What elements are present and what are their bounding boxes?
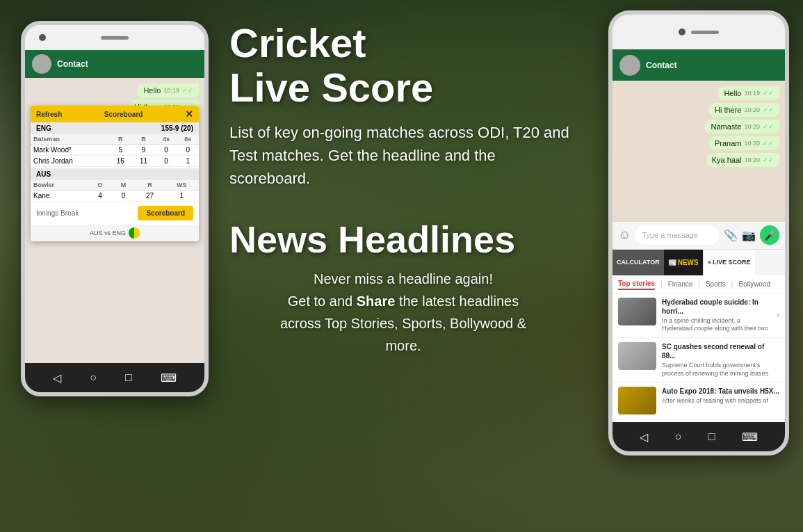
section-title: News Headlines bbox=[229, 218, 577, 261]
calculator-label: CALCULATOR bbox=[617, 259, 660, 266]
camera-right bbox=[679, 29, 686, 35]
team-eng-row: ENG 155-9 (20) bbox=[31, 122, 199, 134]
col-b: B bbox=[132, 134, 155, 145]
bubble-hi-there-r: Hi there 10:20 ✓✓ bbox=[709, 103, 779, 117]
camera-left bbox=[39, 34, 46, 41]
batsmen-table: Batsman R B 4s 6s Mark Wood* 5 9 0 bbox=[31, 134, 199, 167]
recents-icon[interactable]: □ bbox=[125, 371, 132, 384]
news-title-2: SC quashes second renewal of 88... bbox=[662, 342, 779, 360]
recents-icon-r[interactable]: □ bbox=[708, 430, 715, 443]
table-row: Kane 4 0 27 1 bbox=[31, 191, 199, 202]
news-thumb-2 bbox=[618, 342, 656, 370]
phone-top-right bbox=[613, 15, 785, 49]
news-thumb-1 bbox=[618, 298, 656, 325]
nav-right: ◁ ○ □ ⌨ bbox=[613, 422, 785, 451]
chat-header-left: Contact bbox=[25, 50, 204, 78]
batsman-r-2: 16 bbox=[109, 156, 132, 167]
keyboard-icon[interactable]: ⌨ bbox=[161, 371, 177, 385]
keyboard-icon-r[interactable]: ⌨ bbox=[742, 430, 758, 444]
app-toolbar: CALCULATOR 📰 NEWS ● LIVE SCORE bbox=[613, 249, 785, 275]
scoreboard-header: Refresh Scoreboard ✕ bbox=[31, 106, 199, 122]
news-text-1: Hyderabad couple suicide: In horri... In… bbox=[662, 298, 771, 333]
col-4s: 4s bbox=[155, 134, 177, 145]
mic-button[interactable]: 🎤 bbox=[760, 225, 779, 245]
news-desc-3: After weeks of teasing with snippets of bbox=[662, 397, 779, 405]
table-row: Chris Jordan 16 11 0 1 bbox=[31, 156, 199, 167]
avatar-left bbox=[32, 54, 51, 74]
bowler-o-1: 4 bbox=[89, 191, 112, 202]
tab-bollywood[interactable]: Bollywood bbox=[738, 279, 770, 289]
news-title-3: Auto Expo 2018: Tata unveils H5X... bbox=[662, 387, 779, 396]
news-text-2: SC quashes second renewal of 88... Supre… bbox=[662, 342, 779, 378]
screen-left: Contact Hello 10:19 ✓✓ Hi there 10:20 ✓✓… bbox=[25, 50, 204, 363]
refresh-label[interactable]: Refresh bbox=[36, 111, 62, 118]
camera-icon[interactable]: 📷 bbox=[742, 229, 756, 242]
input-placeholder: Type a message bbox=[642, 231, 698, 239]
chat-bubble-hello: Hello 10:19 ✓✓ bbox=[138, 83, 199, 97]
batsman-r-1: 5 bbox=[109, 145, 132, 156]
score-eng: 155-9 (20) bbox=[161, 124, 193, 132]
home-icon[interactable]: ○ bbox=[90, 371, 97, 384]
col-6s: 6s bbox=[177, 134, 199, 145]
news-icon: 📰 bbox=[668, 259, 676, 266]
table-row: Mark Wood* 5 9 0 0 bbox=[31, 145, 199, 156]
live-score-title: Live Score bbox=[229, 65, 577, 110]
news-desc-1: In a spine-chilling incident, a Hyderaba… bbox=[662, 317, 771, 333]
innings-break-section: Innings Break Scoreboard bbox=[31, 202, 199, 225]
bowler-name-1: Kane bbox=[31, 191, 89, 202]
back-icon[interactable]: ◁ bbox=[53, 371, 61, 385]
news-tabs: Top stories | Finance | Sports | Bollywo… bbox=[613, 275, 785, 293]
news-item-2[interactable]: SC quashes second renewal of 88... Supre… bbox=[613, 338, 785, 382]
bowler-r-1: 27 bbox=[136, 191, 165, 202]
batsman-b-2: 11 bbox=[132, 156, 155, 167]
avatar-right bbox=[619, 55, 640, 76]
live-score-button[interactable]: ● LIVE SCORE bbox=[703, 250, 755, 275]
bubble-kyahaal-r: Kya haal 10:20 ✓✓ bbox=[706, 153, 779, 167]
col-r: R bbox=[136, 180, 165, 191]
main-description: List of key on-going matches across ODI,… bbox=[229, 121, 577, 190]
news-label: NEWS bbox=[678, 259, 699, 266]
news-button[interactable]: 📰 NEWS bbox=[664, 250, 703, 275]
news-item-1[interactable]: Hyderabad couple suicide: In horri... In… bbox=[613, 293, 785, 338]
tab-top-stories[interactable]: Top stories bbox=[618, 278, 655, 290]
col-ws: WS bbox=[165, 180, 199, 191]
team-aus-row: AUS bbox=[31, 168, 199, 180]
nav-left: ◁ ○ □ ⌨ bbox=[25, 363, 204, 392]
msg-time: 10:19 bbox=[163, 87, 179, 94]
bubble-namaste-r: Namaste 10:20 ✓✓ bbox=[705, 120, 779, 134]
col-m: M bbox=[112, 180, 136, 191]
batsman-name-1: Mark Wood* bbox=[31, 145, 109, 156]
emoji-icon[interactable]: ☺ bbox=[618, 228, 631, 243]
col-batsman: Batsman bbox=[31, 134, 109, 145]
calculator-button[interactable]: CALCULATOR bbox=[613, 250, 664, 275]
tab-finance[interactable]: Finance bbox=[668, 279, 693, 289]
news-text-3: Auto Expo 2018: Tata unveils H5X... Afte… bbox=[662, 387, 779, 405]
page-content: Contact Hello 10:19 ✓✓ Hi there 10:20 ✓✓… bbox=[0, 0, 803, 532]
chat-header-right: Contact bbox=[613, 49, 785, 81]
phone-left: Contact Hello 10:19 ✓✓ Hi there 10:20 ✓✓… bbox=[21, 21, 209, 396]
batsman-4s-2: 0 bbox=[155, 156, 177, 167]
bowler-ws-1: 1 bbox=[165, 191, 199, 202]
message-input[interactable]: Type a message bbox=[635, 225, 720, 245]
tab-sports[interactable]: Sports bbox=[706, 279, 726, 289]
scoreboard-button[interactable]: Scoreboard bbox=[138, 206, 193, 220]
team-aus: AUS bbox=[36, 170, 51, 178]
bubble-pranam-r: Pranam 10:20 ✓✓ bbox=[709, 136, 779, 150]
chat-input-bar: ☺ Type a message 📎 📷 🎤 bbox=[613, 221, 785, 249]
speaker-right bbox=[691, 31, 719, 34]
home-icon-r[interactable]: ○ bbox=[675, 430, 682, 443]
main-title: Cricket bbox=[229, 21, 577, 65]
news-item-3[interactable]: Auto Expo 2018: Tata unveils H5X... Afte… bbox=[613, 382, 785, 419]
batsman-4s-1: 0 bbox=[155, 145, 177, 156]
close-icon[interactable]: ✕ bbox=[185, 108, 193, 120]
live-score-label: LIVE SCORE bbox=[713, 259, 751, 266]
scoreboard-title: Scoreboard bbox=[104, 111, 143, 118]
scoreboard-popup: Refresh Scoreboard ✕ ENG 155-9 (20) Bats… bbox=[31, 106, 199, 241]
match-indicator: AUS vs ENG bbox=[31, 225, 199, 241]
attachment-icon[interactable]: 📎 bbox=[724, 229, 738, 242]
chat-area-right: Hello 10:19 ✓✓ Hi there 10:20 ✓✓ Namaste… bbox=[613, 81, 785, 221]
col-o: O bbox=[89, 180, 112, 191]
section-description: Never miss a headline again! Get to and … bbox=[229, 268, 577, 357]
team-eng: ENG bbox=[36, 124, 51, 132]
back-icon-r[interactable]: ◁ bbox=[640, 430, 648, 444]
